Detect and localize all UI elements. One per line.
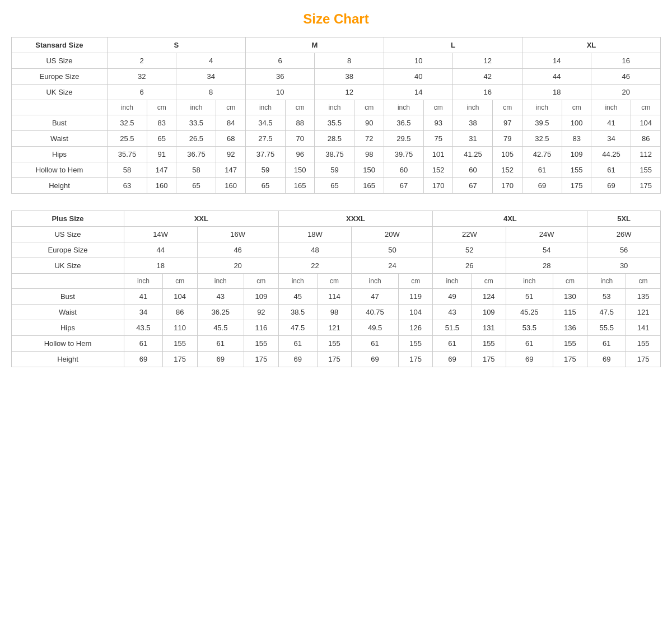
plus-unit-inch-2: inch xyxy=(197,274,244,289)
cell: 104 xyxy=(631,115,661,131)
cell: 175 xyxy=(553,352,587,367)
cell: 65 xyxy=(176,178,216,194)
cell: 112 xyxy=(631,147,661,162)
plus-size-header-row: Plus Size XXL XXXL 4XL 5XL xyxy=(12,211,661,227)
cell: 93 xyxy=(423,115,452,131)
cell: 61 xyxy=(522,162,562,178)
europe-size-row: Europe Size 32 34 36 38 40 42 44 46 xyxy=(12,69,661,85)
plus-europe-48: 48 xyxy=(278,242,352,258)
cell: 147 xyxy=(147,162,176,178)
cell: 70 xyxy=(285,131,314,147)
cell: 65 xyxy=(245,178,285,194)
uk-size-12: 12 xyxy=(315,85,384,100)
cell: 92 xyxy=(216,147,245,162)
cell: 53.5 xyxy=(506,320,553,336)
cell: 175 xyxy=(631,178,661,194)
plus-uk-18: 18 xyxy=(124,258,197,274)
cell: 51.5 xyxy=(433,320,472,336)
cell: 28.5 xyxy=(315,131,354,147)
unit-inch-8: inch xyxy=(591,100,631,115)
cell: 126 xyxy=(398,320,433,336)
cell: 55.5 xyxy=(587,320,626,336)
unit-cm-3: cm xyxy=(285,100,314,115)
cell: 45 xyxy=(278,289,317,305)
plus-size-group-5xl: 5XL xyxy=(587,211,661,227)
cell: 160 xyxy=(216,178,245,194)
cell: 47 xyxy=(352,289,398,305)
plus-europe-size-row: Europe Size 44 46 48 50 52 54 56 xyxy=(12,242,661,258)
cell: 97 xyxy=(493,115,522,131)
plus-unit-inch-3: inch xyxy=(278,274,317,289)
plus-uk-24: 24 xyxy=(352,258,433,274)
cell: 86 xyxy=(162,305,197,320)
cell: 136 xyxy=(553,320,587,336)
plus-unit-inch-1: inch xyxy=(124,274,162,289)
uk-size-14: 14 xyxy=(384,85,453,100)
plus-europe-56: 56 xyxy=(587,242,661,258)
cell: 170 xyxy=(493,178,522,194)
size-group-m: M xyxy=(245,38,384,53)
size-group-s: S xyxy=(107,38,245,53)
us-size-10: 10 xyxy=(384,53,453,69)
europe-size-38: 38 xyxy=(315,69,384,85)
size-group-l: L xyxy=(384,38,522,53)
cell: 61 xyxy=(124,336,162,352)
cell: 83 xyxy=(562,131,591,147)
cell: 92 xyxy=(244,305,279,320)
cell: 96 xyxy=(285,147,314,162)
plus-data-rows: Bust41104431094511447119491245113053135W… xyxy=(12,289,661,367)
uk-size-10: 10 xyxy=(245,85,315,100)
cell: 175 xyxy=(562,178,591,194)
europe-size-36: 36 xyxy=(245,69,315,85)
uk-size-row: UK Size 6 8 10 12 14 16 18 20 xyxy=(12,85,661,100)
cell: 59 xyxy=(245,162,285,178)
us-size-8: 8 xyxy=(315,53,384,69)
cell: 155 xyxy=(631,162,661,178)
cell: 79 xyxy=(493,131,522,147)
cell: 61 xyxy=(197,336,244,352)
cell: 105 xyxy=(493,147,522,162)
plus-unit-cm-5: cm xyxy=(472,274,506,289)
plus-size-label: Plus Size xyxy=(12,211,124,227)
cell: 175 xyxy=(472,352,506,367)
plus-uk-20: 20 xyxy=(197,258,278,274)
unit-cm-6: cm xyxy=(493,100,522,115)
cell: 155 xyxy=(626,336,661,352)
cell: 32.5 xyxy=(107,115,147,131)
us-size-4: 4 xyxy=(176,53,246,69)
cell: 147 xyxy=(216,162,245,178)
cell: 109 xyxy=(562,147,591,162)
plus-us-26w: 26W xyxy=(587,227,661,242)
row-label-1: Waist xyxy=(12,131,108,147)
table-row: Height6316065160651656516567170671706917… xyxy=(12,178,661,194)
cell: 69 xyxy=(522,178,562,194)
cell: 98 xyxy=(317,305,352,320)
table-row: Waist348636.259238.59840.751044310945.25… xyxy=(12,305,661,320)
cell: 175 xyxy=(317,352,352,367)
standard-data-rows: Bust32.58333.58434.58835.59036.593389739… xyxy=(12,115,661,194)
plus-us-22w: 22W xyxy=(433,227,506,242)
cell: 155 xyxy=(562,162,591,178)
cell: 32.5 xyxy=(522,131,562,147)
cell: 41 xyxy=(591,115,631,131)
cell: 38.75 xyxy=(315,147,354,162)
uk-size-8: 8 xyxy=(176,85,246,100)
uk-size-18: 18 xyxy=(522,85,591,100)
cell: 175 xyxy=(626,352,661,367)
cell: 88 xyxy=(285,115,314,131)
cell: 45.25 xyxy=(506,305,553,320)
cell: 69 xyxy=(124,352,162,367)
plus-unit-cm-1: cm xyxy=(162,274,197,289)
row-label-0: Bust xyxy=(12,115,108,131)
plus-unit-cm-6: cm xyxy=(553,274,587,289)
plus-row-label-1: Waist xyxy=(12,305,124,320)
cell: 26.5 xyxy=(176,131,216,147)
cell: 67 xyxy=(453,178,493,194)
cell: 175 xyxy=(244,352,279,367)
cell: 141 xyxy=(626,320,661,336)
cell: 150 xyxy=(285,162,314,178)
cell: 175 xyxy=(398,352,433,367)
table-row: Hollow to Hem581475814759150591506015260… xyxy=(12,162,661,178)
cell: 155 xyxy=(472,336,506,352)
plus-unit-empty xyxy=(12,274,124,289)
